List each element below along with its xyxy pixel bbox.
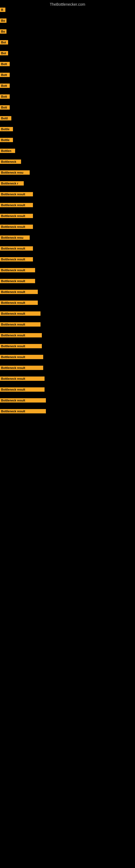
bar-label: Bottl: [0, 116, 11, 120]
bar-label: Bottleneck result: [0, 192, 33, 196]
bar-item: Bottleneck result: [0, 279, 35, 284]
bar-label: Bottleneck result: [0, 311, 41, 316]
bar-label: Bottleneck result: [0, 355, 43, 359]
bar-label: Bottleneck result: [0, 366, 43, 370]
bar-item: Bott: [0, 62, 10, 67]
bar-item: Bottleneck result: [0, 214, 33, 219]
bar-label: Bot: [0, 40, 8, 44]
bar-label: Bott: [0, 105, 10, 110]
bar-item: Bottleneck r: [0, 181, 24, 187]
bar-label: Bottlen: [0, 149, 15, 153]
bar-item: Bottle: [0, 138, 13, 143]
bar-item: Bott: [0, 84, 10, 89]
bar-item: Bot: [0, 51, 8, 56]
bar-label: Bo: [0, 29, 6, 34]
bar-label: Bott: [0, 62, 10, 66]
bar-label: Bottleneck result: [0, 203, 33, 207]
bar-label: Bottleneck result: [0, 279, 35, 283]
bar-item: Bottleneck resu: [0, 170, 30, 176]
bar-label: Bottleneck result: [0, 344, 42, 348]
bar-item: B: [0, 8, 5, 13]
bar-item: Bottleneck result: [0, 376, 45, 382]
bar-label: Bottleneck result: [0, 333, 42, 337]
bar-item: Bottle: [0, 127, 13, 132]
bar-item: Bottleneck result: [0, 257, 33, 262]
bar-label: Bottleneck result: [0, 301, 38, 305]
bar-label: Bottleneck result: [0, 214, 33, 218]
bar-label: B: [0, 8, 5, 12]
bar-item: Bott: [0, 105, 10, 111]
bar-label: Bottle: [0, 138, 13, 142]
bar-label: Bottleneck result: [0, 376, 45, 381]
bar-item: Bottleneck result: [0, 268, 35, 273]
bar-item: Bottleneck result: [0, 225, 33, 230]
bar-label: Bottleneck result: [0, 388, 45, 392]
bar-item: Bottleneck: [0, 159, 21, 165]
bar-item: Bottleneck result: [0, 246, 33, 252]
bar-item: Bo: [0, 19, 6, 24]
bar-label: Bo: [0, 19, 6, 23]
bar-label: Bottleneck result: [0, 268, 35, 272]
bar-label: Bot: [0, 51, 8, 55]
bar-item: Bottleneck result: [0, 192, 33, 197]
bar-item: Bottleneck result: [0, 355, 43, 360]
bar-item: Bottleneck resu: [0, 236, 30, 241]
bar-label: Bottleneck r: [0, 181, 24, 186]
bar-item: Bottleneck result: [0, 344, 42, 349]
bar-item: Bottleneck result: [0, 409, 46, 414]
bar-label: Bott: [0, 73, 10, 77]
bar-label: Bottleneck result: [0, 322, 41, 327]
bar-label: Bott: [0, 84, 10, 88]
bar-item: Bottleneck result: [0, 301, 38, 306]
bar-label: Bottleneck: [0, 159, 21, 164]
bar-item: Bot: [0, 40, 8, 45]
bar-item: Bottleneck result: [0, 366, 43, 371]
bar-item: Bottleneck result: [0, 311, 41, 317]
bar-item: Bottleneck result: [0, 203, 33, 208]
bar-label: Bott: [0, 94, 10, 99]
bar-label: Bottleneck resu: [0, 236, 30, 240]
bar-label: Bottleneck result: [0, 398, 46, 403]
bar-label: Bottle: [0, 127, 13, 131]
bar-item: Bott: [0, 94, 10, 100]
bar-item: Bott: [0, 73, 10, 78]
bar-item: Bottleneck result: [0, 398, 46, 404]
bar-label: Bottleneck resu: [0, 170, 30, 175]
bar-label: Bottleneck result: [0, 257, 33, 261]
bar-label: Bottleneck result: [0, 409, 46, 413]
bar-item: Bottleneck result: [0, 290, 38, 295]
bar-label: Bottleneck result: [0, 246, 33, 251]
bar-item: Bo: [0, 29, 6, 35]
bar-item: Bottleneck result: [0, 388, 45, 393]
bar-item: Bottl: [0, 116, 11, 122]
bar-item: Bottlen: [0, 149, 15, 154]
bar-label: Bottleneck result: [0, 225, 33, 229]
bar-item: Bottleneck result: [0, 333, 42, 339]
bar-item: Bottleneck result: [0, 322, 41, 328]
site-title: TheBottlenecker.com: [0, 0, 135, 8]
bar-label: Bottleneck result: [0, 290, 38, 294]
